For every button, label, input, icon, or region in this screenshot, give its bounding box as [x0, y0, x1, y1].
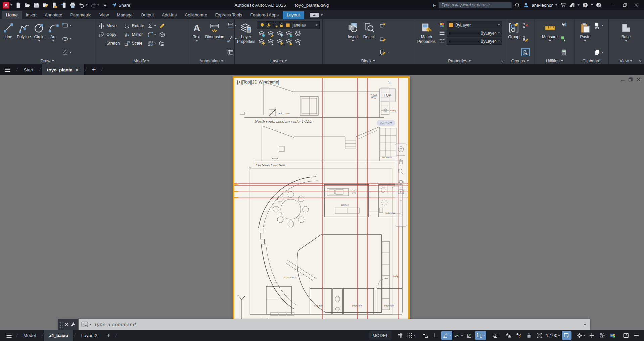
rotate-button[interactable]: Rotate [123, 23, 146, 29]
command-customize-wrench-icon[interactable] [70, 322, 76, 328]
create-block-button[interactable] [379, 22, 390, 29]
edit-attributes-button[interactable] [379, 35, 390, 43]
lineweight-select[interactable]: ByLayer [447, 30, 502, 37]
block-panel-label[interactable]: Block [323, 57, 414, 64]
file-tab-menu-button[interactable] [0, 64, 15, 75]
grid-display-button[interactable] [395, 331, 405, 340]
quick-select-button[interactable] [560, 22, 568, 29]
command-history-caret-icon[interactable] [584, 324, 586, 325]
layers-panel-label[interactable]: Layers [235, 57, 322, 64]
model-paper-button[interactable]: MODEL [369, 331, 392, 340]
explode-button[interactable] [158, 31, 168, 38]
ungroup-button[interactable] [521, 22, 530, 29]
layer-isolate-button[interactable] [267, 30, 274, 37]
stretch-button[interactable]: Stretch [97, 40, 121, 47]
minimize-button[interactable] [608, 0, 619, 10]
quick-calculator-button[interactable] [560, 49, 568, 56]
layer-off-button[interactable] [258, 30, 265, 37]
restore-button[interactable] [619, 0, 631, 10]
autodesk-logo-icon[interactable] [569, 2, 575, 8]
ribbon-minimize-caret-icon[interactable] [321, 14, 323, 16]
ribbon-tab-annotate[interactable]: Annotate [41, 11, 66, 19]
save-to-web-mobile-button[interactable] [59, 1, 68, 9]
insert-button[interactable]: Insert [346, 20, 360, 57]
layer-on-button[interactable] [258, 38, 265, 45]
file-tab-toyo_planta[interactable]: toyo_planta✕ [42, 64, 84, 75]
utilities-panel-label[interactable]: Utilities [535, 57, 574, 64]
viewcube-west-label[interactable]: W [371, 93, 377, 101]
dimension-button[interactable]: Dimension [204, 20, 226, 57]
help-icon[interactable]: ? [582, 2, 588, 8]
annotation-visibility-button[interactable] [503, 331, 513, 340]
command-input-area[interactable] [79, 319, 590, 330]
trim-button[interactable] [147, 22, 157, 30]
new-file-button[interactable] [14, 1, 22, 9]
layer-unisolate-button[interactable] [267, 38, 274, 45]
fillet-button[interactable] [147, 31, 157, 38]
user-name[interactable]: ana-leonor [532, 3, 553, 8]
view-launcher-icon[interactable]: ↘ [639, 59, 642, 63]
circle-button[interactable]: Circle [32, 20, 46, 57]
wcs-menu[interactable]: WCS [377, 120, 395, 126]
command-grip-icon[interactable] [60, 322, 63, 328]
navigation-bar[interactable] [395, 144, 407, 227]
layer-walk-button[interactable] [294, 38, 302, 45]
layer-freeze-button[interactable] [276, 30, 283, 37]
app-menu-button[interactable]: A [1, 1, 13, 9]
layout-tab-layout2[interactable]: Layout2 [76, 330, 102, 341]
annotation-autoscale-button[interactable] [514, 331, 523, 340]
layout-tab-menu-button[interactable] [3, 332, 15, 339]
ribbon-tab-featured-apps[interactable]: Featured Apps [246, 11, 283, 19]
pan-icon[interactable] [397, 158, 405, 166]
layer-properties-button[interactable]: Layer Properties [236, 20, 256, 57]
layout-tab-a4_baixo[interactable]: a4_baixo [44, 330, 73, 341]
share-button[interactable]: Share [111, 2, 130, 8]
drawing-canvas[interactable]: North-south section; scale: 1/150. East-… [0, 75, 644, 330]
ribbon-tab-view[interactable]: View [95, 11, 113, 19]
copy-clip-button[interactable] [593, 49, 604, 56]
navbar-caret-icon[interactable] [400, 200, 402, 202]
layer-thaw-button[interactable] [276, 38, 283, 45]
viewport-lock-button[interactable] [562, 331, 571, 340]
group-selection-toggle[interactable] [521, 49, 530, 56]
doc-close-button[interactable] [636, 77, 641, 82]
user-avatar-icon[interactable] [523, 2, 529, 8]
plot-button[interactable] [68, 1, 77, 9]
snap-mode-button[interactable] [406, 331, 417, 340]
annotation-scale-lock-button[interactable] [524, 331, 534, 340]
detect-button[interactable]: Detect [362, 20, 376, 57]
group-button[interactable]: Group [507, 20, 521, 57]
linetype-select[interactable]: ByLayer [447, 38, 502, 45]
open-file-button[interactable] [23, 1, 32, 9]
viewport-scale-button[interactable]: 1:100 [545, 331, 561, 340]
polyline-button[interactable]: Polyline [15, 20, 32, 57]
move-button[interactable]: Move [97, 23, 121, 29]
orbit-icon[interactable] [397, 178, 405, 186]
group-edit-button[interactable] [521, 35, 530, 43]
annotation-monitor-button[interactable] [587, 331, 597, 340]
new-layout-button[interactable]: + [102, 332, 114, 339]
linetype-icon[interactable] [439, 38, 445, 44]
properties-panel-label[interactable]: Properties↘ [414, 57, 505, 64]
qat-customize-button[interactable] [101, 1, 109, 9]
draw-panel-label[interactable]: Draw [0, 57, 95, 64]
viewcube-north-label[interactable]: N [387, 80, 390, 85]
text-button[interactable]: A Text [190, 20, 204, 57]
ribbon-tab-output[interactable]: Output [137, 11, 158, 19]
ortho-mode-button[interactable] [431, 331, 441, 340]
help-caret-icon[interactable] [591, 4, 593, 6]
showmotion-icon[interactable] [397, 188, 405, 196]
user-menu-caret-icon[interactable] [555, 4, 557, 6]
redo-button[interactable] [89, 1, 100, 9]
paste-button[interactable]: Paste [578, 20, 592, 57]
viewcube-south-label[interactable]: S [383, 107, 387, 113]
ribbon-tab-add-ins[interactable]: Add-ins [158, 11, 181, 19]
ribbon-tab-home[interactable]: Home [2, 11, 22, 19]
object-snap-tracking-button[interactable] [465, 331, 474, 340]
zoom-icon[interactable] [397, 168, 405, 176]
base-button[interactable]: Base [619, 20, 633, 57]
ellipse-button[interactable] [61, 35, 72, 43]
ribbon-tab-layout[interactable]: Layout [283, 11, 304, 19]
annotation-panel-label[interactable]: Annotation [188, 57, 234, 64]
object-color-icon[interactable] [439, 22, 445, 28]
